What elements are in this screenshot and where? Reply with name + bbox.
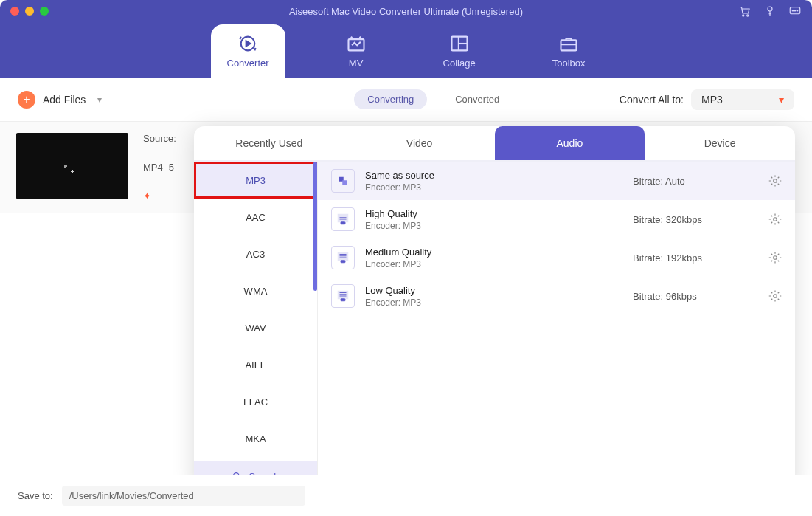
svg-rect-23: [341, 261, 345, 263]
preset-bitrate: Bitrate: 320kbps: [633, 214, 758, 225]
format-popup: Recently Used Video Audio Device MP3 AAC…: [194, 126, 795, 492]
popup-tab-device[interactable]: Device: [645, 126, 795, 160]
cart-icon[interactable]: [738, 4, 752, 18]
popup-tab-audio[interactable]: Audio: [495, 126, 645, 160]
preset-icon: [331, 246, 355, 269]
toolbar: + Add Files ▾ Converting Converted Conve…: [0, 78, 812, 122]
format-item-mp3[interactable]: MP3: [194, 162, 317, 199]
content-area: Source: MP4 5 ✦ Recently Used Video Audi…: [0, 122, 812, 458]
format-item-mka[interactable]: MKA: [194, 420, 317, 457]
preset-bitrate: Bitrate: 192kbps: [633, 252, 758, 264]
sidebar-scrollbar[interactable]: [313, 162, 317, 291]
toolbox-icon: [558, 34, 579, 53]
gear-icon[interactable]: [768, 251, 782, 264]
mv-icon: [346, 34, 367, 53]
key-icon[interactable]: [763, 4, 777, 18]
svg-rect-19: [338, 214, 348, 222]
titlebar: Aiseesoft Mac Video Converter Ultimate (…: [0, 0, 812, 22]
tab-collage[interactable]: Collage: [427, 24, 492, 78]
gear-icon[interactable]: [768, 174, 782, 188]
status-segment: Converting Converted: [354, 89, 513, 109]
svg-point-4: [792, 10, 794, 12]
format-item-flac[interactable]: FLAC: [194, 383, 317, 420]
convert-all-to: Convert All to: MP3 ▾: [620, 89, 794, 110]
preset-encoder: Encoder: MP3: [365, 182, 434, 193]
tab-label: Collage: [443, 58, 476, 69]
svg-point-21: [774, 218, 777, 221]
preset-name: Low Quality: [365, 285, 421, 296]
convert-all-value: MP3: [701, 94, 723, 106]
gear-icon[interactable]: [768, 289, 782, 303]
preset-icon: [331, 169, 355, 193]
tab-label: MV: [349, 58, 364, 69]
preset-encoder: Encoder: MP3: [365, 221, 421, 231]
video-thumbnail[interactable]: [16, 133, 128, 199]
format-item-ac3[interactable]: AC3: [194, 235, 317, 272]
caret-down-icon: ▾: [779, 94, 784, 106]
svg-point-0: [743, 15, 744, 16]
format-sidebar: MP3 AAC AC3 WMA WAV AIFF FLAC MKA Search: [194, 162, 318, 492]
svg-point-24: [774, 256, 777, 260]
preset-name: Medium Quality: [365, 247, 431, 258]
gear-icon[interactable]: [768, 213, 782, 226]
window-title: Aiseesoft Mac Video Converter Ultimate (…: [289, 6, 523, 17]
preset-list: Same as source Encoder: MP3 Bitrate: Aut…: [318, 162, 795, 492]
popup-tab-recently-used[interactable]: Recently Used: [194, 126, 344, 160]
segment-converting[interactable]: Converting: [354, 89, 427, 109]
tab-converter[interactable]: Converter: [211, 24, 285, 78]
svg-marker-8: [246, 41, 251, 46]
format-item-aac[interactable]: AAC: [194, 199, 317, 235]
converter-icon: [237, 34, 258, 53]
preset-medium-quality[interactable]: Medium Quality Encoder: MP3 Bitrate: 192…: [318, 238, 795, 277]
format-item-wav[interactable]: WAV: [194, 309, 317, 346]
svg-rect-22: [338, 252, 348, 261]
svg-rect-13: [561, 40, 577, 50]
sparkle-icon[interactable]: ✦: [143, 190, 151, 202]
minimize-window-button[interactable]: [25, 7, 34, 16]
save-to-label: Save to:: [18, 490, 53, 501]
file-format: MP4: [143, 162, 163, 173]
source-label: Source:: [143, 133, 176, 144]
main-tabbar: Converter MV Collage Toolbox: [0, 22, 812, 78]
svg-point-1: [747, 15, 749, 16]
maximize-window-button[interactable]: [40, 7, 49, 16]
svg-rect-26: [341, 299, 345, 301]
tab-label: Converter: [227, 58, 269, 69]
plus-icon: +: [18, 91, 35, 109]
convert-all-dropdown[interactable]: MP3 ▾: [691, 89, 794, 110]
window-controls: [10, 7, 49, 16]
svg-rect-20: [341, 222, 345, 224]
chevron-down-icon[interactable]: ▾: [97, 94, 102, 105]
save-path-field[interactable]: /Users/link/Movies/Converted: [62, 486, 305, 506]
segment-converted[interactable]: Converted: [442, 89, 513, 109]
preset-low-quality[interactable]: Low Quality Encoder: MP3 Bitrate: 96kbps: [318, 277, 795, 315]
add-files-label: Add Files: [43, 94, 86, 106]
tab-label: Toolbox: [552, 58, 586, 69]
feedback-icon[interactable]: [788, 4, 802, 18]
format-item-wma[interactable]: WMA: [194, 272, 317, 309]
svg-point-2: [768, 7, 772, 11]
convert-all-label: Convert All to:: [620, 94, 684, 106]
add-files-button[interactable]: + Add Files ▾: [18, 91, 102, 109]
file-extra: 5: [169, 162, 174, 173]
collage-icon: [449, 34, 470, 53]
close-window-button[interactable]: [10, 7, 19, 16]
svg-rect-17: [342, 180, 347, 185]
preset-high-quality[interactable]: High Quality Encoder: MP3 Bitrate: 320kb…: [318, 200, 795, 238]
preset-icon: [331, 207, 355, 231]
footer: Save to: /Users/link/Movies/Converted: [0, 475, 812, 516]
preset-bitrate: Bitrate: Auto: [633, 176, 758, 187]
svg-rect-25: [338, 291, 348, 299]
format-item-aiff[interactable]: AIFF: [194, 346, 317, 383]
preset-encoder: Encoder: MP3: [365, 259, 431, 269]
popup-tabs: Recently Used Video Audio Device: [194, 126, 795, 162]
tab-mv[interactable]: MV: [330, 24, 383, 78]
svg-point-27: [774, 295, 777, 298]
svg-point-18: [774, 179, 777, 183]
preset-name: High Quality: [365, 208, 421, 219]
svg-point-6: [797, 10, 798, 12]
preset-same-as-source[interactable]: Same as source Encoder: MP3 Bitrate: Aut…: [318, 162, 795, 200]
tab-toolbox[interactable]: Toolbox: [536, 24, 602, 78]
preset-name: Same as source: [365, 170, 434, 181]
popup-tab-video[interactable]: Video: [344, 126, 495, 160]
